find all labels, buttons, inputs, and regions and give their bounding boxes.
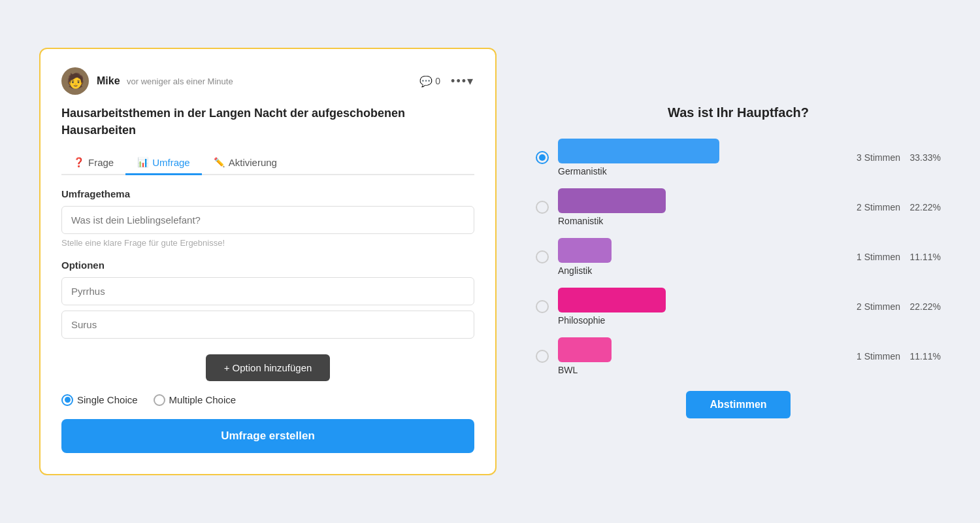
tab-umfrage[interactable]: 📊 Umfrage (125, 152, 202, 175)
poll-option-name: Germanistik (558, 166, 827, 177)
poll-option-radio-philosophie[interactable] (536, 300, 549, 313)
tab-frage[interactable]: ❓ Frage (61, 152, 125, 175)
poll-bar-germanistik (558, 139, 719, 163)
poll-option-name: BWL (558, 365, 827, 375)
poll-title: Was ist Ihr Hauptfach? (536, 105, 941, 120)
poll-bar-philosophie (558, 288, 666, 312)
poll-votes: 1 Stimmen (857, 351, 900, 362)
frage-icon: ❓ (73, 157, 84, 167)
optionen-label: Optionen (61, 260, 474, 271)
poll-results-panel: Was ist Ihr Hauptfach? Germanistik3 Stim… (536, 105, 941, 418)
post-time: vor weniger als einer Minute (127, 76, 233, 86)
poll-option-row: Germanistik3 Stimmen33.33% (536, 139, 941, 177)
poll-percent: 33.33% (908, 152, 941, 163)
poll-option-radio-germanistik[interactable] (536, 151, 549, 164)
card-header: 🧑 Mike vor weniger als einer Minute 💬 0 … (61, 67, 474, 95)
aktivierung-icon: ✏️ (214, 157, 225, 167)
multiple-choice-option[interactable]: Multiple Choice (154, 394, 237, 406)
poll-bar-anglistik (558, 238, 612, 263)
umfrage-icon: 📊 (137, 157, 148, 167)
poll-percent: 11.11% (908, 351, 941, 362)
poll-votes: 2 Stimmen (857, 202, 900, 212)
poll-option-row: Anglistik1 Stimmen11.11% (536, 238, 941, 276)
poll-option-radio-bwl[interactable] (536, 350, 549, 363)
comment-count: 💬 0 (419, 75, 440, 88)
umfragethema-label: Umfragethema (61, 188, 474, 199)
poll-votes: 2 Stimmen (857, 301, 900, 312)
poll-option-row: Philosophie2 Stimmen22.22% (536, 288, 941, 326)
user-meta: Mike vor weniger als einer Minute (97, 75, 233, 87)
header-actions: 💬 0 •••▾ (419, 74, 474, 88)
poll-option-name: Philosophie (558, 315, 827, 326)
poll-option-radio-anglistik[interactable] (536, 250, 549, 263)
avatar: 🧑 (61, 67, 89, 95)
vote-button[interactable]: Abstimmen (686, 391, 790, 418)
poll-percent: 11.11% (908, 252, 941, 262)
poll-bar-romanistik (558, 188, 666, 213)
tab-aktivierung[interactable]: ✏️ Aktivierung (202, 152, 289, 175)
poll-option-name: Anglistik (558, 265, 827, 276)
user-info: 🧑 Mike vor weniger als einer Minute (61, 67, 233, 95)
poll-bar-bwl (558, 337, 612, 362)
single-choice-option[interactable]: Single Choice (61, 394, 138, 406)
choice-type-selector: Single Choice Multiple Choice (61, 394, 474, 406)
options-section: Optionen (61, 260, 474, 344)
option1-input[interactable] (61, 277, 474, 305)
create-poll-button[interactable]: Umfrage erstellen (61, 419, 474, 453)
poll-percent: 22.22% (908, 301, 941, 312)
poll-votes: 1 Stimmen (857, 252, 900, 262)
option2-input[interactable] (61, 311, 474, 339)
add-option-button[interactable]: + Option hinzufügen (206, 354, 331, 381)
tab-bar: ❓ Frage 📊 Umfrage ✏️ Aktivierung (61, 152, 474, 175)
multiple-choice-radio[interactable] (154, 394, 165, 406)
poll-option-radio-romanistik[interactable] (536, 201, 549, 214)
more-menu-button[interactable]: •••▾ (451, 74, 474, 88)
poll-percent: 22.22% (908, 202, 941, 212)
topic-hint: Stelle eine klare Frage für gute Ergebni… (61, 238, 474, 248)
topic-input[interactable] (61, 206, 474, 234)
username: Mike (97, 75, 120, 86)
poll-option-row: Romanistik2 Stimmen22.22% (536, 188, 941, 226)
post-title: Hausarbeitsthemen in der Langen Nacht de… (61, 105, 474, 138)
comment-icon: 💬 (419, 75, 433, 88)
poll-options: Germanistik3 Stimmen33.33%Romanistik2 St… (536, 139, 941, 375)
page-container: 🧑 Mike vor weniger als einer Minute 💬 0 … (0, 0, 980, 523)
poll-votes: 3 Stimmen (857, 152, 900, 163)
single-choice-radio[interactable] (61, 394, 73, 406)
post-card: 🧑 Mike vor weniger als einer Minute 💬 0 … (39, 48, 497, 475)
poll-option-name: Romanistik (558, 216, 827, 226)
poll-option-row: BWL1 Stimmen11.11% (536, 337, 941, 375)
